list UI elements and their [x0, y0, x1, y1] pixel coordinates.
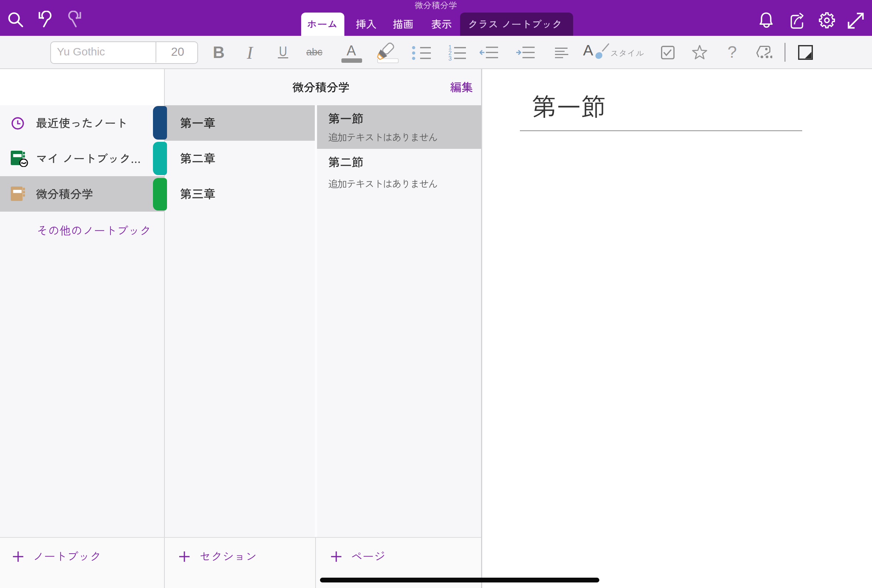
- svg-text:3: 3: [449, 56, 452, 62]
